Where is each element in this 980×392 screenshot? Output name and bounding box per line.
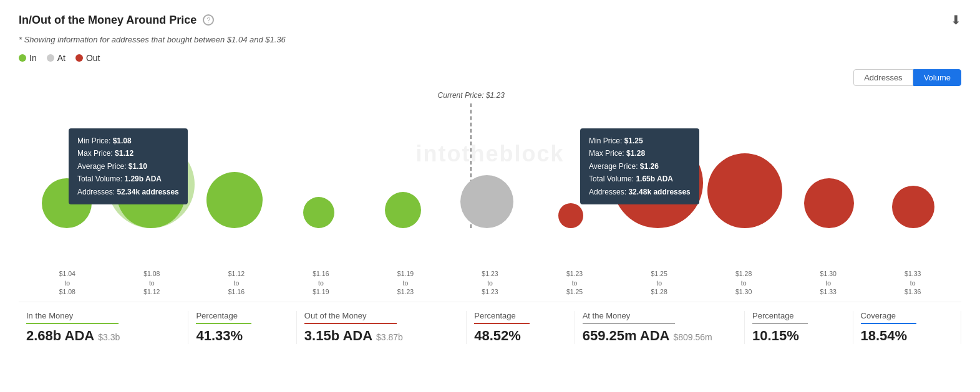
at-underline (583, 323, 675, 324)
tooltip-left-max-value: $1.12 (115, 149, 133, 158)
bubble-9 (804, 178, 854, 228)
in-pct-col: Percentage 41.33% (188, 311, 296, 344)
bubble-col-5 (445, 175, 529, 228)
bubble-2 (206, 172, 263, 228)
in-money-dot (19, 54, 26, 62)
coverage-col: Coverage 18.54% (853, 311, 961, 344)
at-money-dot (47, 54, 54, 62)
bubble-5 (460, 175, 513, 228)
page-title: In/Out of the Money Around Price (19, 14, 196, 27)
out-money-dot (75, 54, 83, 62)
out-of-money-label: Out of the Money (304, 311, 458, 320)
at-pct-col: Percentage 10.15% (745, 311, 853, 344)
tooltip-left-min-value: $1.08 (113, 136, 132, 145)
legend-in-label: In (29, 53, 37, 63)
in-pct-underline (196, 323, 251, 324)
x-label-0: $1.04to$1.08 (25, 269, 110, 297)
in-the-money-col: In the Money 2.68b ADA $3.3b (19, 311, 188, 344)
at-pct-label: Percentage (752, 311, 845, 320)
in-pct-value: 41.33% (196, 328, 288, 344)
bubble-10 (892, 186, 934, 228)
tooltip-left-vol-label: Total Volume: (77, 174, 122, 183)
at-sub: $809.56m (674, 332, 712, 342)
bubble-8 (707, 153, 782, 228)
x-label-1: $1.08to$1.12 (110, 269, 195, 297)
x-label-6: $1.23to$1.25 (532, 269, 617, 297)
at-the-money-label: At the Money (583, 311, 737, 320)
volume-button[interactable]: Volume (913, 69, 961, 86)
legend: In At Out (19, 53, 961, 63)
tooltip-right-max-value: $1.28 (626, 149, 645, 158)
in-the-money-value: 2.68b ADA $3.3b (26, 328, 180, 344)
legend-item-at: At (47, 53, 65, 63)
download-icon[interactable]: ⬇ (951, 12, 961, 27)
out-pct-col: Percentage 48.52% (467, 311, 575, 344)
x-label-5: $1.23to$1.23 (448, 269, 533, 297)
tooltip-right: Min Price: $1.25 Max Price: $1.28 Averag… (580, 128, 699, 204)
coverage-underline (861, 323, 916, 324)
tooltip-left-avg-value: $1.10 (129, 162, 147, 171)
in-the-money-label: In the Money (26, 311, 180, 320)
legend-out-label: Out (86, 53, 100, 63)
bubble-col-4 (361, 192, 445, 228)
out-of-money-col: Out of the Money 3.15b ADA $3.87b (297, 311, 467, 344)
coverage-value: 18.54% (861, 328, 953, 344)
x-label-8: $1.28to$1.30 (701, 269, 786, 297)
bubble-col-3 (277, 197, 361, 228)
chart-area: Current Price: $1.23 intotheblock Min Pr… (19, 91, 961, 265)
bubble-col-9 (787, 178, 871, 228)
x-axis: $1.04to$1.08$1.08to$1.12$1.12to$1.16$1.1… (19, 265, 961, 297)
bubble-col-10 (871, 186, 955, 228)
tooltip-right-vol-value: 1.65b ADA (636, 174, 673, 183)
x-label-4: $1.19to$1.23 (363, 269, 448, 297)
at-pct-underline (752, 323, 808, 324)
at-value: 659.25m ADA (583, 328, 670, 344)
x-label-9: $1.30to$1.33 (786, 269, 871, 297)
out-pct-label: Percentage (474, 311, 566, 320)
x-label-10: $1.33to$1.36 (870, 269, 955, 297)
in-value: 2.68b ADA (26, 328, 94, 344)
bubble-6 (558, 203, 583, 228)
main-container: In/Out of the Money Around Price ? ⬇ * S… (0, 0, 980, 392)
out-of-money-value: 3.15b ADA $3.87b (304, 328, 458, 344)
bubble-col-2 (193, 172, 277, 228)
bubble-col-6 (529, 203, 613, 228)
x-label-7: $1.25to$1.28 (617, 269, 702, 297)
out-value: 3.15b ADA (304, 328, 372, 344)
chart-subtitle: * Showing information for addresses that… (19, 35, 961, 44)
tooltip-right-max-label: Max Price: (589, 149, 624, 158)
bubble-4 (385, 192, 421, 228)
in-underline (26, 323, 119, 324)
x-label-2: $1.12to$1.16 (194, 269, 279, 297)
help-icon[interactable]: ? (203, 14, 214, 26)
tooltip-right-addr-value: 32.48k addresses (628, 188, 690, 196)
at-the-money-col: At the Money 659.25m ADA $809.56m (575, 311, 745, 344)
summary-row: In the Money 2.68b ADA $3.3b Percentage … (19, 302, 961, 344)
legend-item-in: In (19, 53, 37, 63)
tooltip-left-addr-label: Addresses: (77, 188, 115, 196)
tooltip-right-avg-label: Average Price: (589, 162, 638, 171)
tooltip-left-avg-label: Average Price: (77, 162, 127, 171)
addresses-button[interactable]: Addresses (853, 69, 913, 86)
in-sub: $3.3b (98, 332, 120, 342)
in-pct-label: Percentage (196, 311, 288, 320)
tooltip-right-avg-value: $1.26 (640, 162, 659, 171)
tooltip-right-vol-label: Total Volume: (589, 174, 634, 183)
at-pct-value: 10.15% (752, 328, 845, 344)
at-the-money-value: 659.25m ADA $809.56m (583, 328, 737, 344)
x-label-3: $1.16to$1.19 (279, 269, 364, 297)
coverage-label: Coverage (861, 311, 953, 320)
chart-controls: Addresses Volume (19, 69, 961, 86)
tooltip-right-addr-label: Addresses: (589, 188, 626, 196)
tooltip-right-min-label: Min Price: (589, 136, 622, 145)
tooltip-left: Min Price: $1.08 Max Price: $1.12 Averag… (69, 128, 188, 204)
tooltip-left-max-label: Max Price: (77, 149, 113, 158)
legend-item-out: Out (75, 53, 100, 63)
out-underline (304, 323, 397, 324)
tooltip-left-addr-value: 52.34k addresses (117, 188, 178, 196)
out-sub: $3.87b (376, 332, 403, 342)
tooltip-left-vol-value: 1.29b ADA (124, 174, 162, 183)
chart-header: In/Out of the Money Around Price ? ⬇ (19, 12, 961, 27)
out-pct-value: 48.52% (474, 328, 566, 344)
bubble-3 (303, 197, 334, 228)
